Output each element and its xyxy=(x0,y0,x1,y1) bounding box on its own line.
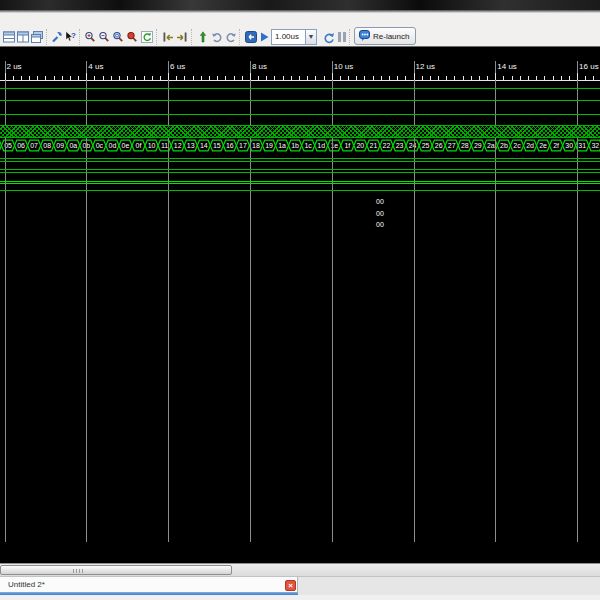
bus-value-text: 2a xyxy=(487,142,495,149)
signal-trace xyxy=(0,161,600,162)
bus-value-text: 0c xyxy=(96,142,104,149)
signal-trace xyxy=(0,181,600,182)
ruler-minor-tick xyxy=(144,76,145,80)
zoom-full-view-icon[interactable] xyxy=(111,29,125,45)
bus-value-text: 26 xyxy=(435,142,443,149)
toolbar: ? X 1.00us ▼ Re-launch xyxy=(0,13,600,47)
bus-value-text: 18 xyxy=(252,142,260,149)
goto-next-transition-icon[interactable] xyxy=(175,29,189,45)
bus-value-text: 17 xyxy=(239,142,247,149)
tile-vertical-icon[interactable] xyxy=(16,29,30,45)
scrollbar-thumb[interactable] xyxy=(0,565,232,575)
bus-value-text: 0a xyxy=(69,142,77,149)
ruler-minor-tick xyxy=(127,76,128,80)
ruler-minor-tick xyxy=(593,76,594,80)
ruler-minor-tick xyxy=(422,76,423,80)
cascade-windows-icon[interactable] xyxy=(30,29,44,45)
run-time-dropdown-button[interactable]: ▼ xyxy=(305,29,317,45)
bus-value-text: 08 xyxy=(43,142,51,149)
ruler-time-label: 8 us xyxy=(252,62,267,71)
bus-value-text: 29 xyxy=(474,142,482,149)
tab-bar: Untitled 2* × xyxy=(0,576,600,595)
bus-value-text: 06 xyxy=(17,142,25,149)
refresh-icon[interactable] xyxy=(140,29,154,45)
bus-value-text: 23 xyxy=(396,142,404,149)
rerun-icon[interactable] xyxy=(321,29,335,45)
goto-previous-transition-icon[interactable] xyxy=(161,29,175,45)
toolbar-separator xyxy=(239,29,241,45)
ruler-major-tick xyxy=(5,73,6,80)
toolbar-separator xyxy=(191,29,193,45)
ruler-time-label: 10 us xyxy=(334,62,354,71)
ruler-major-tick xyxy=(250,73,251,80)
ruler-minor-tick xyxy=(553,76,554,80)
ruler-time-label: 14 us xyxy=(497,62,517,71)
bus-value-text: 09 xyxy=(56,142,64,149)
ruler-minor-tick xyxy=(299,76,300,80)
waveform-viewport[interactable]: 0405060708090a0b0c0d0e0f1011121314151617… xyxy=(0,47,600,563)
wrench-icon[interactable] xyxy=(50,29,64,45)
pause-icon[interactable] xyxy=(337,31,347,43)
ruler-minor-tick xyxy=(528,76,529,80)
ruler-minor-tick xyxy=(78,76,79,80)
ruler-minor-tick xyxy=(381,76,382,80)
restart-icon[interactable] xyxy=(244,29,258,45)
tab-close-icon[interactable]: × xyxy=(285,580,296,591)
ruler-minor-tick xyxy=(324,76,325,80)
tile-horizontal-icon[interactable] xyxy=(2,29,16,45)
ruler-minor-tick xyxy=(389,76,390,80)
redo-icon[interactable] xyxy=(224,29,238,45)
horizontal-scrollbar[interactable] xyxy=(0,563,600,576)
bus-value-text: 21 xyxy=(370,142,378,149)
context-help-cursor-icon[interactable]: ? xyxy=(63,29,77,45)
relaunch-button[interactable]: Re-launch xyxy=(354,27,416,45)
signal-trace xyxy=(0,114,600,115)
swap-up-arrow-icon[interactable] xyxy=(196,29,210,45)
hatched-bus-band xyxy=(0,125,600,138)
toolbar-separator xyxy=(79,29,81,45)
hex-bus-waveform: 0405060708090a0b0c0d0e0f1011121314151617… xyxy=(0,139,600,152)
bus-value-text: 2e xyxy=(539,142,547,149)
ruler-major-tick xyxy=(168,73,169,80)
bus-value-text: 13 xyxy=(187,142,195,149)
ruler-minor-tick xyxy=(45,76,46,80)
undo-icon[interactable] xyxy=(210,29,224,45)
ruler-major-tick xyxy=(332,73,333,80)
bus-value-text: 1c xyxy=(304,142,312,149)
bus-value-text: 25 xyxy=(422,142,430,149)
ruler-minor-tick xyxy=(471,76,472,80)
ruler-minor-tick xyxy=(21,76,22,80)
zoom-to-area-icon[interactable] xyxy=(125,29,139,45)
bus-value-text: 1a xyxy=(278,142,286,149)
ruler-minor-tick xyxy=(512,76,513,80)
tab-untitled-2[interactable]: Untitled 2* × xyxy=(0,577,298,596)
toolbar-separator xyxy=(46,29,48,45)
ruler-minor-tick xyxy=(152,76,153,80)
tab-label: Untitled 2* xyxy=(8,580,45,589)
ruler-minor-tick xyxy=(94,76,95,80)
ruler-minor-tick xyxy=(446,76,447,80)
bus-value-text: 07 xyxy=(30,142,38,149)
bus-value-text: 31 xyxy=(578,142,586,149)
ruler-minor-tick xyxy=(430,76,431,80)
bus-value-text: 28 xyxy=(461,142,469,149)
zoom-out-icon[interactable] xyxy=(97,29,111,45)
ruler-minor-tick xyxy=(274,76,275,80)
ruler-minor-tick xyxy=(37,76,38,80)
bus-value-text: 2b xyxy=(500,142,508,149)
ruler-time-label: 12 us xyxy=(416,62,436,71)
ruler-time-label: 6 us xyxy=(170,62,185,71)
ruler-minor-tick xyxy=(561,76,562,80)
ruler-minor-tick xyxy=(520,76,521,80)
signal-trace xyxy=(0,190,600,191)
bus-value-text: 10 xyxy=(148,142,156,149)
bus-value-text: 14 xyxy=(200,142,208,149)
ruler-minor-tick xyxy=(135,76,136,80)
ruler-minor-tick xyxy=(479,76,480,80)
ruler-minor-tick xyxy=(356,76,357,80)
zoom-in-icon[interactable] xyxy=(83,29,97,45)
ruler-minor-tick xyxy=(119,76,120,80)
bus-value-text: 1b xyxy=(291,142,299,149)
relaunch-label: Re-launch xyxy=(373,32,409,41)
ruler-minor-tick xyxy=(340,76,341,80)
